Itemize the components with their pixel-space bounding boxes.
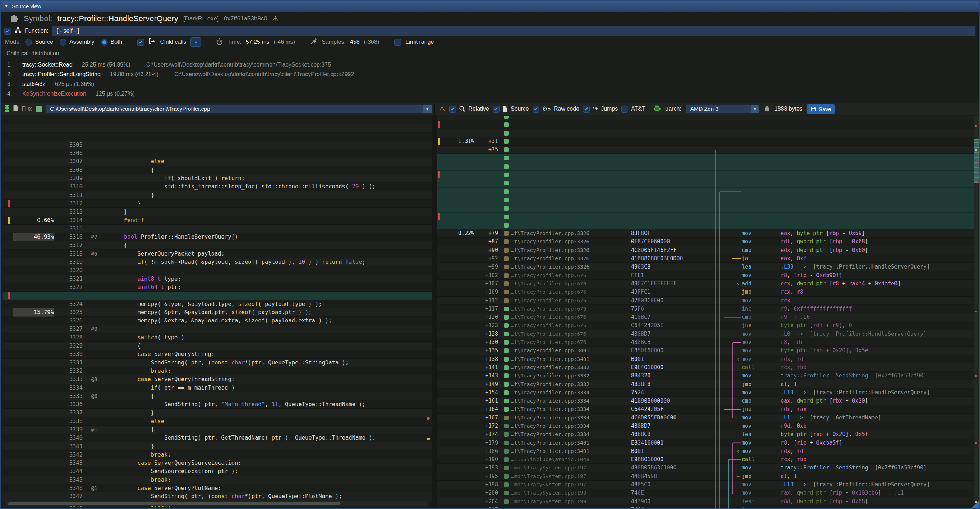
mode-radio-assembly[interactable]: Assembly bbox=[60, 39, 94, 46]
asm-row[interactable]: +138 …t\TracyProfiler.cpp:3332 483BF8 cm… bbox=[437, 330, 980, 338]
asm-row[interactable]: 45.41% +44 …t\TracyProfiler.cpp:3317 84C… bbox=[437, 137, 980, 146]
source-line[interactable]: 3339 } bbox=[3, 401, 432, 409]
toolbar-check-jumps[interactable]: ✔ ↷ Jumps bbox=[583, 106, 618, 113]
asm-row[interactable]: +143 …t\TracyProfiler.cpp:3334 41B90B000… bbox=[437, 347, 980, 355]
asm-row[interactable]: +200 …mon\TracySystem.cpp:203 488B4010 m… bbox=[437, 464, 980, 472]
asm-row[interactable]: +120 …t\TracyProfiler.hpp:676 488BCB mov… bbox=[437, 288, 980, 296]
uarch-combo[interactable]: AMD Zen 3 ▼ bbox=[686, 104, 760, 114]
source-line[interactable]: 3324 memcpy( &extra, &payload.extra, siz… bbox=[3, 275, 432, 283]
file-combo[interactable]: C:\Users\wolf\Desktop\darkrl\contrib\tra… bbox=[45, 104, 432, 114]
source-line[interactable]: 3329 SendString( ptr, (const char*)ptr, … bbox=[3, 317, 432, 325]
asm-row[interactable]: +99 …t\TracyProfiler.hpp:676 49FFC1 → in… bbox=[437, 238, 980, 246]
asm-row[interactable]: +92 …t\TracyProfiler.hpp:676 49C7C1FFFFF… bbox=[437, 229, 980, 238]
collapse-triangle-icon[interactable]: ▼ bbox=[4, 4, 8, 8]
asm-row[interactable]: +63 …t\TracyProfiler.cpp:3326 83F80F cmp… bbox=[437, 179, 980, 187]
source-line[interactable]: 3320 uint64_t ptr; bbox=[3, 241, 432, 250]
vertical-scrollbar-thumb[interactable] bbox=[974, 140, 978, 183]
source-line[interactable]: 3318 bbox=[3, 225, 432, 233]
asm-row[interactable]: 15.50% +60 …t\TracyProfiler.cpp:3326 8B5… bbox=[437, 171, 980, 179]
horizontal-scrollbar-thumb[interactable] bbox=[8, 502, 340, 506]
resize-grip[interactable] bbox=[972, 501, 978, 507]
source-line[interactable]: 3343 break; bbox=[3, 434, 432, 442]
asm-row[interactable]: +102 …t\TracyProfiler.hpp:676 42803C0F00… bbox=[437, 246, 980, 254]
source-line[interactable]: 3342 SendSourceLocation( ptr ); bbox=[3, 426, 432, 434]
source-line[interactable]: 3331 case ServerQueryThreadString: bbox=[3, 334, 432, 342]
distribution-entry[interactable]: 1. tracy::Socket::Read 25.25 ms (54.89%)… bbox=[1, 60, 979, 69]
function-checkbox[interactable]: ✔ bbox=[4, 28, 11, 35]
mode-radio-both[interactable]: Both bbox=[101, 39, 123, 46]
source-line[interactable]: 3307 if( shouldExit ) return; bbox=[3, 133, 432, 141]
source-line[interactable]: 3322 memcpy( &type, &payload.type, sizeo… bbox=[3, 258, 432, 266]
toolbar-check-at-t[interactable]: ✔ AT&T bbox=[621, 106, 646, 113]
asm-row[interactable]: +141 …t\TracyProfiler.cpp:3332 7524 jne … bbox=[437, 338, 980, 347]
asm-row[interactable]: +161 …t\TracyProfiler.cpp:3334 488BD7 mo… bbox=[437, 372, 980, 380]
source-line[interactable]: 3338 @1 SendString( ptr, GetThreadName( … bbox=[3, 392, 432, 401]
asm-row[interactable]: +72 …t\TracyProfiler.cpp:3326 4C8D05F146… bbox=[437, 196, 980, 204]
source-line[interactable]: 3348 return false; bbox=[3, 476, 432, 484]
asm-row[interactable]: 0.22% +87 …t\TracyProfiler.cpp:3326 4903… bbox=[437, 213, 980, 221]
source-line[interactable]: 3334 @6 SendString( ptr, "Main thread", … bbox=[3, 359, 432, 367]
horizontal-scrollbar[interactable] bbox=[6, 501, 428, 506]
child-calls-checkbox[interactable]: ✔ bbox=[137, 39, 144, 46]
source-line[interactable]: 3350 QueueCallstackFrame( ptr ); bbox=[3, 493, 432, 501]
asm-row[interactable]: +52 …t\TracyProfiler.cpp:3326 0FB64597 m… bbox=[437, 154, 980, 162]
source-line[interactable]: 3311 } bbox=[3, 166, 432, 174]
source-line[interactable]: 3309 } bbox=[3, 149, 432, 157]
asm-row[interactable]: +79 …t\TracyProfiler.cpp:3326 418B8C80E0… bbox=[437, 204, 980, 212]
asm-row[interactable]: +198 …mon\TracySystem.cpp:199 744C je .L… bbox=[437, 455, 980, 464]
asm-row[interactable]: +207 …mon\TracySystem.cpp:203 75F2 jne .… bbox=[437, 480, 980, 489]
save-button[interactable]: Save bbox=[807, 104, 835, 114]
asm-row[interactable]: +195 …mon\TracySystem.cpp:199 443900 → c… bbox=[437, 447, 980, 455]
asm-row[interactable]: +130 …t\TracyProfiler.cpp:3401 E9E401000… bbox=[437, 313, 980, 321]
asm-row[interactable]: +193 …mon\TracySystem.cpp:197 740E je .L… bbox=[437, 439, 980, 447]
asm-row[interactable]: +216 …mon\TracySystem.cpp:258 488BCE mov… bbox=[437, 498, 980, 506]
source-line[interactable]: 3336 else bbox=[3, 375, 432, 383]
source-line[interactable]: 3347 case ServerQueryTerminate: bbox=[3, 467, 432, 476]
asm-row[interactable]: +164 …t\TracyProfiler.cpp:3334 488BCB mo… bbox=[437, 380, 980, 388]
asm-row[interactable]: +90 …t\TracyProfiler.cpp:3326 FFE1 ‹ jmp… bbox=[437, 221, 980, 229]
source-line[interactable]: 3327 { bbox=[3, 300, 432, 309]
source-line[interactable]: 46.93% 3317 @5 if( !m_sock->Read( &paylo… bbox=[3, 216, 432, 225]
source-line[interactable]: 3345 @1 SendString( ptr, (const char*)pt… bbox=[3, 451, 432, 459]
asm-row[interactable]: +56 …t\TracyProfiler.cpp:3326 488B7D98 m… bbox=[437, 162, 980, 171]
distribution-entry[interactable]: 3. stat64i32 625 μs (1.36%) bbox=[1, 79, 979, 89]
source-line[interactable]: 3323 memcpy( &ptr, &payload.ptr, sizeof(… bbox=[3, 266, 432, 275]
asm-row[interactable]: +174 …t\TracyProfiler.cpp:3401 E9B801000… bbox=[437, 405, 980, 414]
source-line[interactable]: 3313 bbox=[3, 183, 432, 191]
asm-row[interactable]: +39 …t\TracyProfiler.cpp:3317 E824AA0000… bbox=[437, 129, 980, 137]
asm-row[interactable]: +128 …t\TracyProfiler.cpp:3401 B001 mov … bbox=[437, 305, 980, 313]
toolbar-check-source[interactable]: ✔ Source bbox=[493, 106, 529, 113]
source-line[interactable]: 3330 break; bbox=[3, 325, 432, 333]
asm-row[interactable]: +209 …mon\TracySystem.cpp:258 488D35E886… bbox=[437, 489, 980, 497]
source-line[interactable]: 3321 uint32_t extra; bbox=[3, 250, 432, 258]
source-line[interactable]: 3335 } bbox=[3, 367, 432, 375]
source-line[interactable]: 3308 std::this_thread::sleep_for( std::c… bbox=[3, 141, 432, 149]
asm-row[interactable]: +107 …t\TracyProfiler.hpp:676 75F6 jne .… bbox=[437, 254, 980, 263]
asm-row[interactable]: +117 …t\TracyProfiler.hpp:676 488BD7 mov… bbox=[437, 280, 980, 288]
source-line[interactable]: 15.79% 3326 @9 switch( type ) bbox=[3, 291, 432, 300]
source-line[interactable]: 3341 case ServerQuerySourceLocation: bbox=[3, 417, 432, 426]
collapse-distribution-button[interactable]: ▲ bbox=[191, 37, 201, 47]
asm-row[interactable]: 1.31% +35 …t\TracyProfiler.cpp:3317 488B… bbox=[437, 121, 980, 129]
asm-row[interactable]: +31 …t\TracyProfiler.cpp:3317 488D5597 l… bbox=[437, 116, 980, 121]
chevron-down-icon[interactable]: ▼ bbox=[423, 105, 431, 113]
asm-row[interactable]: +179 …1103\include\atomic:1048 488B05B63… bbox=[437, 414, 980, 422]
asm-row[interactable]: +135 …t\TracyProfiler.cpp:3332 8B4320 mo… bbox=[437, 321, 980, 329]
distribution-entry[interactable]: 4. KeSynchronizeExecution 125 μs (0.27%) bbox=[1, 89, 979, 99]
source-line[interactable]: 3346 break; bbox=[3, 459, 432, 467]
limit-range-checkbox[interactable]: ✔ bbox=[394, 39, 401, 46]
toolbar-check-raw-code[interactable]: ✔ ⚙⚙ Raw code bbox=[533, 106, 579, 113]
source-line[interactable]: 3332 @3 if( ptr == m_mainThread ) bbox=[3, 342, 432, 350]
asm-row[interactable]: +186 …mon\TracySystem.cpp:197 448B4598 m… bbox=[437, 422, 980, 430]
source-line[interactable]: 3306 { bbox=[3, 124, 432, 132]
source-line[interactable]: 3328 case ServerQueryString: bbox=[3, 309, 432, 317]
source-line[interactable]: 3314 bool Profiler::HandleServerQuery() bbox=[3, 191, 432, 199]
source-line[interactable]: 3337 { bbox=[3, 384, 432, 392]
asm-row[interactable]: +66 …t\TracyProfiler.cpp:3326 0F87CE0600… bbox=[437, 188, 980, 196]
source-line[interactable]: 3325 bbox=[3, 283, 432, 291]
asm-row[interactable]: +123 …t\TracyProfiler.hpp:676 E850160000… bbox=[437, 297, 980, 305]
pane-splitter[interactable] bbox=[432, 116, 437, 508]
source-line[interactable]: 3349 case ServerQueryCallstackFrame: bbox=[3, 484, 432, 493]
toolbar-check-relative[interactable]: ✔ Relative bbox=[449, 106, 489, 113]
chevron-down-icon[interactable]: ▼ bbox=[751, 105, 759, 113]
